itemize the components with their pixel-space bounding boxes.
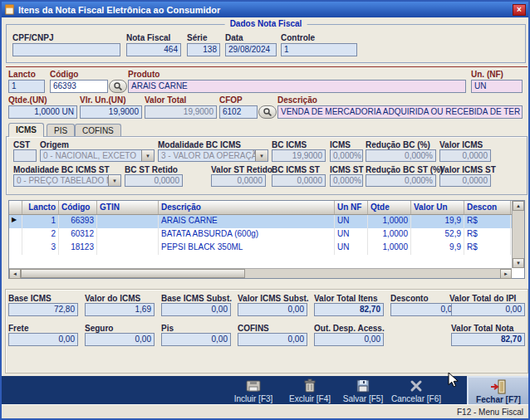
codigo-input[interactable]: 66393 (50, 80, 108, 93)
tab-pis[interactable]: PIS (47, 124, 75, 137)
fechar-label: Fechar [F7] (469, 395, 528, 404)
frete-input[interactable]: 0,00 (8, 333, 78, 346)
base-icms-subst-label: Base ICMS Subst. (161, 294, 232, 303)
cfop-search-button[interactable] (258, 105, 277, 119)
table-row[interactable]: 3 18123 PEPSI BLACK 350ML UN 1,0000 9,9 … (9, 242, 524, 255)
un-nf-label: Un. (NF) (471, 70, 503, 79)
col-gtin[interactable]: GTIN (97, 201, 159, 214)
data-input[interactable]: 29/08/2024 (225, 43, 277, 56)
col-descricao[interactable]: Descrição (159, 201, 335, 214)
nota-fiscal-input[interactable]: 464 (126, 43, 181, 56)
mod-bc-st-select[interactable]: 0 - PREÇO TABELADO MÁXIMO ▼ (13, 174, 121, 187)
valor-icms-subst-input[interactable]: 0,00 (238, 303, 307, 316)
group-title: Dados Nota Fiscal (225, 19, 307, 28)
cst-input[interactable] (13, 149, 37, 162)
produto-input[interactable]: ARAIS CARNE (128, 80, 466, 93)
cancel-icon (390, 378, 442, 394)
qtde-input[interactable]: 1,0000 UN (8, 105, 77, 119)
col-qtde[interactable]: Qtde (368, 201, 411, 214)
incluir-button[interactable]: Incluir [F3] (228, 377, 279, 407)
valor-st-retido-input[interactable]: 0,0000 (211, 174, 266, 187)
desconto-label: Desconto (390, 294, 429, 303)
salvar-label: Salvar [F5] (337, 394, 389, 403)
bc-icms-st-label: BC ICMS ST (272, 165, 320, 174)
pis-input[interactable]: 0,00 (161, 333, 231, 346)
controle-input[interactable]: 1 (281, 43, 357, 56)
valor-icms-label: Valor ICMS (439, 140, 483, 149)
horizontal-scrollbar[interactable]: ◄ ► (9, 268, 512, 278)
col-un-nf[interactable]: Un NF (335, 201, 368, 214)
mod-bc-st-label: Modalidade BC ICMS ST (13, 165, 110, 174)
row-selector-icon: ▶ (9, 215, 22, 228)
origem-select[interactable]: 0 - NACIONAL, EXCETO ▼ (40, 149, 155, 162)
tab-icms[interactable]: ICMS (8, 123, 44, 137)
cell-codigo: 60312 (59, 228, 97, 242)
mod-bc-select[interactable]: 3 - VALOR DA OPERAÇÃO ▼ (158, 149, 268, 162)
fechar-button[interactable]: Fechar [F7] (467, 376, 530, 408)
descricao-input[interactable]: VENDA DE MERCADORIA ADQUIRIDA OU RECEBID… (277, 105, 523, 119)
icms-st-input[interactable]: 0,000% (330, 174, 363, 187)
valor-icms-st-input[interactable]: 0,0000 (439, 174, 491, 187)
itens-nota-fiscal-window: Itens da Nota Fiscal Eletrônica ao Consu… (0, 0, 530, 420)
qtde-label: Qtde.(UN) (8, 95, 47, 105)
save-icon (337, 378, 389, 394)
table-row[interactable]: ▶ 1 66393 ARAIS CARNE UN 1,0000 19,9 R$ (9, 215, 524, 228)
valor-do-icms-label: Valor do ICMS (85, 294, 140, 303)
codigo-search-button[interactable] (109, 80, 127, 93)
scroll-down-icon[interactable]: ▼ (513, 258, 524, 268)
cell-gtin (97, 215, 159, 228)
valor-do-icms-input[interactable]: 1,69 (85, 303, 155, 316)
base-icms-input[interactable]: 72,80 (8, 303, 78, 316)
bc-icms-input[interactable]: 19,9000 (272, 149, 326, 162)
out-desp-input[interactable]: 0,00 (314, 333, 384, 346)
scroll-left-icon[interactable]: ◄ (9, 269, 21, 279)
desconto-input[interactable]: 0,00 (390, 303, 460, 316)
table-row[interactable]: 2 60312 BATATA ABSURDA (600g) UN 1,0000 … (9, 228, 524, 242)
col-lancto[interactable]: Lancto (22, 201, 59, 214)
bc-icms-st-input[interactable]: 0,0000 (272, 174, 326, 187)
cofins-label: COFINS (238, 324, 269, 333)
col-codigo[interactable]: Código (59, 201, 97, 214)
scrollbar-thumb[interactable] (21, 269, 245, 278)
cell-codigo: 18123 (59, 242, 97, 255)
col-desconto[interactable]: Descon (464, 201, 511, 214)
close-button[interactable]: × (513, 4, 526, 16)
scroll-right-icon[interactable]: ► (500, 269, 512, 279)
valor-total-input[interactable]: 19,9000 (145, 105, 217, 119)
valor-total-itens-input[interactable]: 82,70 (314, 303, 384, 316)
un-nf-input[interactable]: UN (471, 80, 523, 93)
chevron-down-icon: ▼ (108, 175, 120, 186)
scroll-up-icon[interactable]: ▲ (513, 201, 524, 211)
bc-st-retido-label: BC ST Retido (125, 165, 178, 174)
cpf-cnpj-input[interactable] (12, 43, 120, 56)
valor-icms-input[interactable]: 0,0000 (439, 149, 491, 162)
base-icms-subst-input[interactable]: 0,00 (161, 303, 231, 316)
valor-total-ipi-input[interactable]: 0,00 (451, 303, 525, 316)
origem-value: 0 - NACIONAL, EXCETO (41, 150, 141, 162)
excluir-button[interactable]: Excluir [F4] (284, 377, 336, 407)
salvar-button[interactable]: Salvar [F5] (337, 377, 389, 407)
seguro-input[interactable]: 0,00 (85, 333, 155, 346)
cancelar-button[interactable]: Cancelar [F6] (390, 377, 442, 407)
serie-input[interactable]: 138 (187, 43, 220, 56)
reducao-bc-st-input[interactable]: 0,000% (366, 174, 436, 187)
reducao-bc-st-label: Redução BC ST (%) (366, 165, 443, 174)
chevron-down-icon: ▼ (255, 150, 267, 161)
cell-qtde: 1,0000 (368, 242, 411, 255)
base-icms-label: Base ICMS (8, 294, 52, 303)
icms-input[interactable]: 0,000% (330, 149, 363, 162)
tab-cofins[interactable]: COFINS (75, 124, 121, 137)
bc-st-retido-input[interactable]: 0,0000 (125, 174, 183, 187)
lancto-input[interactable]: 1 (8, 80, 45, 93)
valor-total-nota-input[interactable]: 82,70 (451, 333, 525, 346)
cofins-input[interactable]: 0,00 (238, 333, 307, 346)
reducao-bc-input[interactable]: 0,000% (366, 149, 436, 162)
vlr-un-input[interactable]: 19,9000 (80, 105, 142, 119)
cell-descricao: BATATA ABSURDA (600g) (159, 228, 335, 242)
cell-lancto: 1 (22, 215, 59, 228)
valor-icms-st-label: Valor ICMS ST (439, 165, 496, 174)
col-valor-un[interactable]: Valor Un (411, 201, 464, 214)
cell-gtin (97, 228, 159, 242)
cfop-input[interactable]: 6102 (219, 105, 258, 119)
vertical-scrollbar[interactable]: ▲ ▼ (512, 201, 524, 268)
